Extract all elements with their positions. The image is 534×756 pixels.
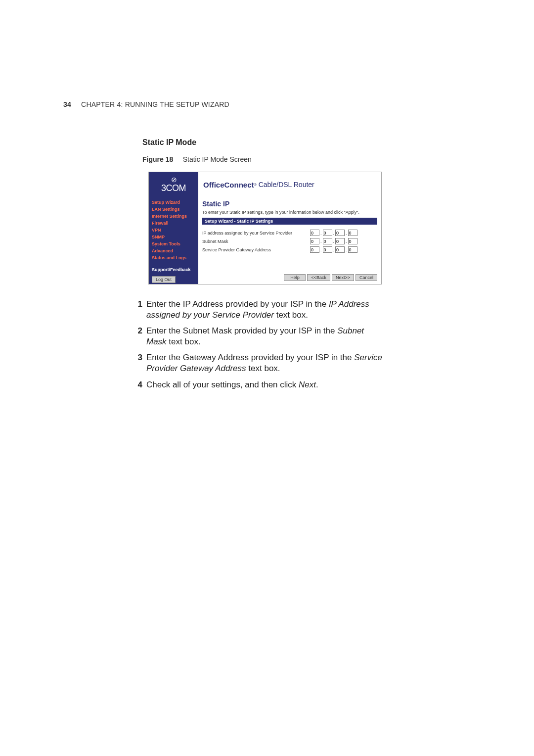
nav-status-logs[interactable]: Status and Logs xyxy=(152,254,195,261)
ip-address-octet-3[interactable] xyxy=(335,230,345,236)
step-1: 1 Enter the IP Address provided by your … xyxy=(134,299,386,321)
sidebar-nav: Setup Wizard LAN Settings Internet Setti… xyxy=(149,197,198,284)
product-suffix: Cable/DSL Router xyxy=(259,181,314,189)
row-subnet-mask: Subnet Mask . . . xyxy=(202,238,377,244)
figure-label: Figure 18 xyxy=(142,155,173,163)
ip-address-octet-2[interactable] xyxy=(323,230,332,236)
subnet-octet-1[interactable] xyxy=(310,238,319,244)
wizard-buttons: Help <<Back Next>> Cancel xyxy=(284,274,377,281)
nav-firewall[interactable]: Firewall xyxy=(152,220,195,227)
router-main-panel: Static IP To enter your Static IP settin… xyxy=(198,197,381,284)
chapter-title: CHAPTER 4: RUNNING THE SETUP WIZARD xyxy=(81,100,229,108)
router-screenshot: ⊘ 3COM OfficeConnect® Cable/DSL Router S… xyxy=(148,172,382,284)
gateway-octet-3[interactable] xyxy=(335,246,345,253)
nav-snmp[interactable]: SNMP xyxy=(152,234,195,240)
nav-internet-settings[interactable]: Internet Settings xyxy=(152,213,195,220)
running-header: 34 CHAPTER 4: RUNNING THE SETUP WIZARD xyxy=(63,100,229,108)
panel-title: Static IP xyxy=(202,200,377,208)
row-ip-address: IP address assigned by your Service Prov… xyxy=(202,230,377,236)
figure-caption: Figure 18 Static IP Mode Screen xyxy=(142,155,252,163)
section-bar: Setup Wizard - Static IP Settings xyxy=(202,218,377,225)
page-number: 34 xyxy=(63,100,71,108)
brand-swirl-icon: ⊘ xyxy=(171,176,177,183)
router-body: Setup Wizard LAN Settings Internet Setti… xyxy=(149,197,381,284)
nav-lan-settings[interactable]: LAN Settings xyxy=(152,206,195,213)
step-number: 4 xyxy=(134,379,142,390)
figure-caption-text: Static IP Mode Screen xyxy=(183,155,252,163)
ip-address-octet-1[interactable] xyxy=(310,230,319,236)
nav-support-feedback[interactable]: Support/Feedback xyxy=(152,266,195,273)
step-4: 4 Check all of your settings, and then c… xyxy=(134,379,386,390)
label-ip-address: IP address assigned by your Service Prov… xyxy=(202,231,310,236)
cancel-button[interactable]: Cancel xyxy=(356,274,377,281)
next-button[interactable]: Next>> xyxy=(332,274,354,281)
gateway-octet-1[interactable] xyxy=(310,246,319,253)
fields-area: IP address assigned by your Service Prov… xyxy=(202,230,377,253)
step-text: Check all of your settings, and then cli… xyxy=(146,379,386,390)
nav-system-tools[interactable]: System Tools xyxy=(152,240,195,247)
product-name: OfficeConnect xyxy=(203,181,254,189)
help-button[interactable]: Help xyxy=(284,274,306,281)
subnet-octet-3[interactable] xyxy=(335,238,345,244)
step-text: Enter the Gateway Address provided by yo… xyxy=(146,352,386,374)
ip-input-group: . . . xyxy=(310,246,357,253)
ip-input-group: . . . xyxy=(310,230,357,236)
logout-wrap: Log Out xyxy=(152,276,195,283)
registered-mark: ® xyxy=(254,183,257,187)
row-gateway: Service Provider Gateway Address . . . xyxy=(202,246,377,253)
instructions-list: 1 Enter the IP Address provided by your … xyxy=(134,299,386,395)
product-title: OfficeConnect® Cable/DSL Router xyxy=(198,172,381,197)
subnet-octet-2[interactable] xyxy=(323,238,332,244)
brand-text: 3COM xyxy=(161,183,186,193)
panel-intro: To enter your Static IP settings, type i… xyxy=(202,210,377,215)
step-number: 1 xyxy=(134,299,142,321)
router-header: ⊘ 3COM OfficeConnect® Cable/DSL Router xyxy=(149,172,381,197)
step-text: Enter the IP Address provided by your IS… xyxy=(146,299,386,321)
gateway-octet-4[interactable] xyxy=(348,246,357,253)
ip-input-group: . . . xyxy=(310,238,357,244)
logout-button[interactable]: Log Out xyxy=(152,276,176,283)
step-3: 3 Enter the Gateway Address provided by … xyxy=(134,352,386,374)
step-2: 2 Enter the Subnet Mask provided by your… xyxy=(134,326,386,347)
section-heading: Static IP Mode xyxy=(142,138,196,147)
back-button[interactable]: <<Back xyxy=(307,274,330,281)
document-page: 34 CHAPTER 4: RUNNING THE SETUP WIZARD S… xyxy=(0,0,534,756)
ip-address-octet-4[interactable] xyxy=(348,230,357,236)
step-text: Enter the Subnet Mask provided by your I… xyxy=(146,326,386,347)
gateway-octet-2[interactable] xyxy=(323,246,332,253)
brand-logo: ⊘ 3COM xyxy=(149,172,198,197)
step-number: 2 xyxy=(134,326,142,347)
nav-advanced[interactable]: Advanced xyxy=(152,247,195,254)
nav-vpn[interactable]: VPN xyxy=(152,227,195,234)
label-subnet-mask: Subnet Mask xyxy=(202,239,310,244)
label-gateway: Service Provider Gateway Address xyxy=(202,247,310,252)
step-number: 3 xyxy=(134,352,142,374)
subnet-octet-4[interactable] xyxy=(348,238,357,244)
nav-setup-wizard[interactable]: Setup Wizard xyxy=(152,199,195,206)
